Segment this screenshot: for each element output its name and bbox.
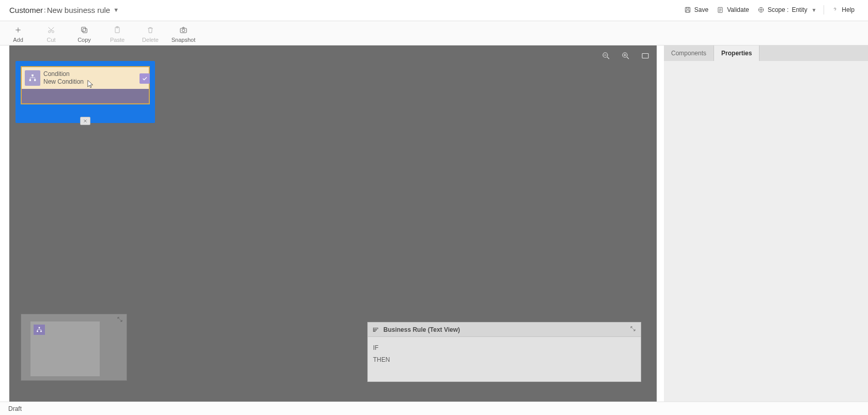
properties-content: [664, 61, 868, 402]
node-type-label: Condition: [43, 70, 84, 78]
chevron-down-icon: ▼: [811, 7, 816, 13]
canvas-toolbar: [601, 51, 650, 61]
svg-rect-20: [37, 331, 38, 332]
save-button[interactable]: Save: [680, 4, 712, 16]
copy-icon: [80, 25, 89, 35]
text-view-expand-button[interactable]: [629, 326, 637, 333]
cut-button[interactable]: Cut: [39, 23, 63, 44]
snapshot-button[interactable]: Snapshot: [172, 23, 195, 44]
title-bar: Customer : New business rule ▼ Save Vali…: [0, 0, 868, 21]
svg-rect-1: [687, 7, 689, 9]
condition-icon: [25, 70, 40, 86]
status-bar: Draft: [0, 402, 868, 415]
rule-name: New business rule: [47, 6, 111, 14]
svg-rect-17: [29, 80, 31, 81]
text-view-then: THEN: [373, 354, 636, 366]
status-label: Draft: [8, 405, 22, 412]
zoom-out-button[interactable]: [601, 51, 611, 61]
plus-icon: [13, 25, 23, 35]
main-area: Condition New Condition: [0, 45, 868, 402]
help-button[interactable]: Help: [827, 4, 859, 16]
scope-dropdown[interactable]: Scope : Entity ▼: [753, 4, 821, 16]
side-tabs: Components Properties: [664, 45, 868, 61]
validate-icon: [717, 6, 724, 13]
node-collapse-button[interactable]: [80, 117, 90, 125]
fit-screen-button[interactable]: [640, 51, 650, 61]
designer-canvas[interactable]: Condition New Condition: [9, 45, 657, 402]
paste-button[interactable]: Paste: [105, 23, 129, 44]
svg-rect-8: [82, 27, 86, 32]
svg-rect-18: [34, 80, 36, 81]
validate-button[interactable]: Validate: [712, 4, 753, 16]
text-view-title: Business Rule (Text View): [383, 326, 460, 333]
copy-button[interactable]: Copy: [72, 23, 96, 44]
add-button[interactable]: Add: [6, 23, 30, 44]
text-view-body: IF THEN: [368, 337, 641, 381]
text-view-if: IF: [373, 342, 636, 354]
tab-properties[interactable]: Properties: [714, 45, 760, 61]
chevron-down-icon[interactable]: ▼: [113, 7, 119, 13]
scope-icon: [757, 6, 765, 13]
zoom-in-button[interactable]: [621, 51, 631, 61]
delete-button[interactable]: Delete: [138, 23, 162, 44]
svg-rect-22: [374, 328, 378, 329]
condition-node[interactable]: Condition New Condition: [16, 61, 155, 123]
svg-rect-23: [374, 329, 377, 330]
svg-rect-24: [374, 331, 376, 331]
paste-icon: [113, 25, 122, 35]
save-icon: [684, 6, 691, 13]
text-view-panel: Business Rule (Text View) IF THEN: [367, 322, 641, 382]
node-body[interactable]: [21, 89, 150, 104]
node-header[interactable]: Condition New Condition: [21, 66, 150, 89]
camera-icon: [179, 25, 188, 35]
minimap[interactable]: [21, 314, 127, 381]
minimap-node-icon: [34, 325, 45, 335]
svg-rect-21: [41, 331, 42, 332]
side-panel: Components Properties: [664, 45, 868, 402]
svg-rect-19: [39, 327, 40, 328]
svg-point-12: [182, 29, 184, 32]
delete-icon: [146, 25, 155, 35]
help-icon: [831, 6, 839, 13]
entity-name: Customer: [9, 6, 43, 14]
svg-rect-7: [83, 28, 87, 33]
cut-icon: [47, 25, 56, 35]
svg-rect-16: [32, 74, 34, 76]
toolbar: Add Cut Copy Paste Delete Snapshot: [0, 21, 868, 45]
text-view-header[interactable]: Business Rule (Text View): [368, 322, 641, 337]
node-name-label: New Condition: [43, 78, 84, 86]
tab-components[interactable]: Components: [664, 45, 714, 61]
minimap-viewport[interactable]: [30, 321, 100, 376]
svg-rect-2: [686, 10, 689, 12]
svg-point-5: [49, 30, 51, 33]
svg-rect-15: [642, 54, 648, 58]
svg-point-6: [52, 30, 54, 33]
text-view-icon: [372, 327, 379, 333]
node-valid-indicator: [140, 73, 150, 84]
minimap-expand-button[interactable]: [116, 316, 125, 324]
